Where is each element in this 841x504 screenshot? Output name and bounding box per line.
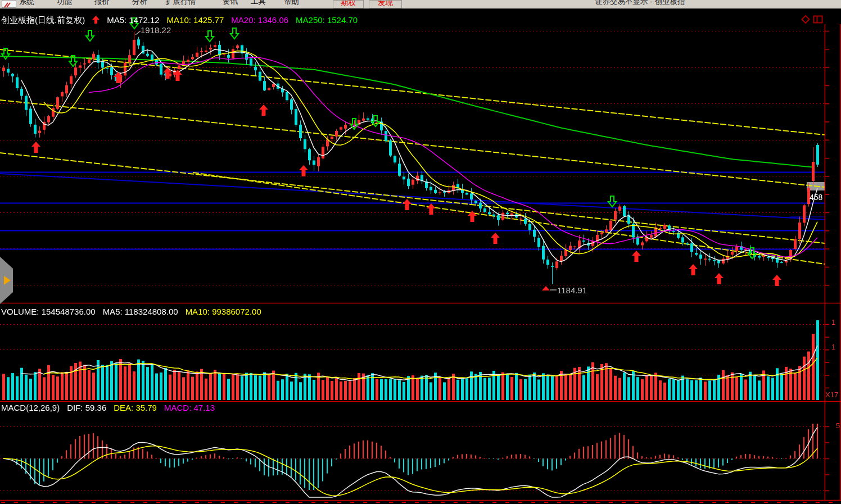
high-price-label: 1918.22: [141, 25, 171, 35]
app-logo-icon[interactable]: [2, 0, 16, 8]
volume-scale-label: X17: [825, 391, 838, 399]
menu-item-function[interactable]: 功能: [57, 0, 72, 7]
menu-item-extended[interactable]: 扩展行情: [165, 0, 196, 7]
trading-terminal-window: { "menu": { "items": ["系统", "功能", "报价", …: [0, 0, 841, 504]
macd-axis-label: 5: [836, 421, 840, 430]
menu-item-info[interactable]: 资讯: [223, 0, 238, 7]
macd-dif-value: DIF: 59.36: [67, 403, 106, 412]
ma250-value: MA250: 1524.70: [296, 15, 358, 25]
volume-value: VOLUME: 154548736.00: [1, 307, 96, 316]
volume-axis-label-1: 1: [831, 318, 835, 326]
menu-button-discover[interactable]: 发现: [369, 0, 402, 8]
macd-indicator-row: MACD(12,26,9) DIF: 59.36 DEA: 35.79 MACD…: [1, 403, 215, 412]
chart-title: 创业板指(日线.前复权): [1, 15, 85, 25]
menu-button-options[interactable]: 期权: [333, 0, 364, 8]
menu-bar: 系统 功能 报价 分析 扩展行情 资讯 工具 帮助 期权 发现 证券交易不显示 …: [0, 0, 841, 9]
kline-chart-canvas[interactable]: [0, 0, 841, 504]
volume-axis-label-2: 1: [831, 343, 835, 351]
macd-dea-value: DEA: 35.79: [114, 403, 157, 412]
last-price-tag: 458: [810, 193, 825, 202]
expand-arrow-icon: [4, 276, 11, 285]
ma10-value: MA10: 1425.77: [167, 15, 224, 25]
split-window-icon[interactable]: [813, 15, 823, 24]
volume-ma5-value: MA5: 118324808.00: [103, 307, 178, 316]
status-text: 证券交易不显示 - 创业板指: [595, 0, 685, 7]
volume-indicator-row: VOLUME: 154548736.00 MA5: 118324808.00 M…: [1, 307, 261, 316]
macd-value: MACD: 47.13: [164, 403, 215, 412]
volume-ma10-value: MA10: 99386072.00: [186, 307, 261, 316]
menu-item-tools[interactable]: 工具: [251, 0, 266, 7]
low-price-label: 1184.91: [557, 285, 587, 295]
menu-item-analysis[interactable]: 分析: [132, 0, 147, 7]
diamond-icon[interactable]: [801, 15, 811, 24]
ma5-value: MA5: 1472.12: [107, 15, 159, 25]
menu-item-quotes[interactable]: 报价: [94, 0, 110, 7]
ma20-value: MA20: 1346.06: [231, 15, 288, 25]
price-up-arrow-icon: [92, 16, 100, 25]
menu-item-system[interactable]: 系统: [19, 0, 34, 7]
macd-title: MACD(12,26,9): [1, 403, 60, 412]
kline-indicator-row: 创业板指(日线.前复权) MA5: 1472.12 MA10: 1425.77 …: [1, 15, 358, 25]
menu-item-help[interactable]: 帮助: [284, 0, 299, 7]
